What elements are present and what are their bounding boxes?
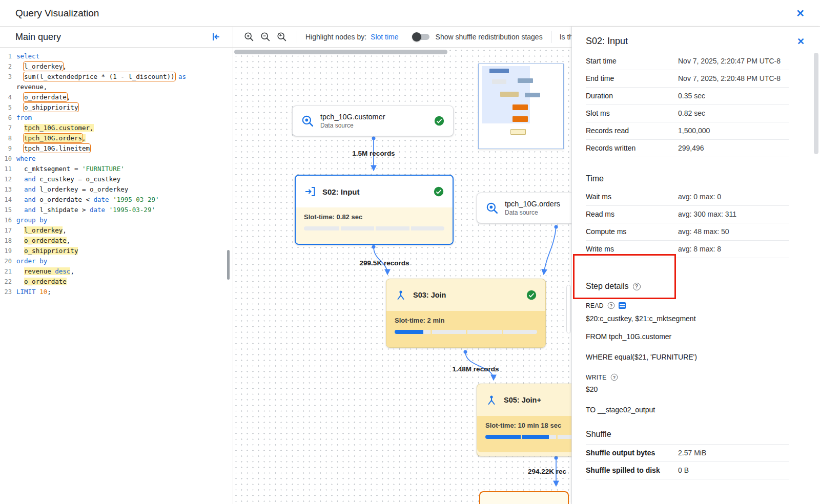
data-source-icon xyxy=(301,114,314,128)
detail-value: 0.35 sec xyxy=(678,91,783,101)
close-details-icon[interactable] xyxy=(797,37,805,46)
line-number xyxy=(3,82,12,92)
line-number: 18 xyxy=(3,236,12,246)
page-title: Query Visualization xyxy=(15,8,99,19)
edge-record-count: 1.48M records xyxy=(445,365,506,373)
code-line: 8 tpch_10G.orders, xyxy=(3,133,233,143)
close-visualization-icon[interactable] xyxy=(796,8,805,18)
code-line: 17 l_orderkey, xyxy=(3,225,233,236)
line-number: 20 xyxy=(3,256,12,266)
shuffle-toggle-label: Show shuffle redistribution stages xyxy=(436,33,543,41)
detail-label: Slot ms xyxy=(586,108,678,118)
canvas-horizontal-scrollbar[interactable] xyxy=(234,50,447,54)
dag-canvas[interactable]: tpch_10G.customer Data source xyxy=(233,48,571,504)
code-line: 16group by xyxy=(3,215,233,225)
highlight-mode-select[interactable]: Slot time xyxy=(371,33,398,41)
node-next-stage-clipped[interactable] xyxy=(479,491,569,504)
line-number: 11 xyxy=(3,164,12,174)
detail-value: 1,500,000 xyxy=(678,125,783,136)
minimap-node xyxy=(512,104,528,110)
code-line: 20order by xyxy=(3,256,233,266)
input-stage-icon xyxy=(304,185,316,198)
node-title: tpch_10G.customer xyxy=(320,113,385,121)
main-query-panel: Main query 1select2 l_orderkey,3 sum(l_e… xyxy=(0,27,233,504)
detail-row: Shuffle output bytes2.57 MiB xyxy=(586,444,789,462)
node-tpch-customer[interactable]: tpch_10G.customer Data source xyxy=(292,106,454,136)
code-line: 6from xyxy=(3,113,233,123)
zoom-in-icon[interactable] xyxy=(243,31,255,43)
detail-label: Compute ms xyxy=(586,226,678,237)
node-subtitle: Data source xyxy=(505,209,560,216)
node-tpch-orders[interactable]: tpch_10G.orders Data source xyxy=(477,193,571,223)
line-number: 4 xyxy=(3,92,12,102)
code-line: 14 and o_orderdate < date '1995-03-29' xyxy=(3,195,233,205)
line-number: 7 xyxy=(3,123,12,133)
read-label: READ xyxy=(586,302,604,309)
query-panel-scrollbar[interactable] xyxy=(227,250,230,280)
write-columns: $20 xyxy=(586,385,789,393)
minimap-node xyxy=(500,92,519,97)
line-number: 14 xyxy=(3,195,12,205)
slot-time-label: Slot-time: 0.82 sec xyxy=(304,213,444,221)
detail-value: 0 B xyxy=(678,465,783,475)
stage-stats-rows: Start timeNov 7, 2025, 2:20:47 PM UTC-8E… xyxy=(586,53,789,157)
shuffle-stages-toggle[interactable] xyxy=(412,32,430,42)
line-number: 12 xyxy=(3,174,12,184)
detail-value: avg: 48 max: 50 xyxy=(678,226,783,237)
line-number: 19 xyxy=(3,246,12,256)
edge-record-count: 1.5M records xyxy=(335,150,412,157)
detail-label: Records read xyxy=(586,125,678,136)
detail-value: 0.82 sec xyxy=(678,108,783,118)
line-number: 21 xyxy=(3,266,12,277)
minimap-node xyxy=(489,69,509,73)
code-line: 3 sum(l_extendedprice * (1 - l_discount)… xyxy=(3,72,233,82)
detail-row: End timeNov 7, 2025, 2:20:48 PM UTC-8 xyxy=(586,70,789,88)
minimap-node xyxy=(510,129,526,135)
code-line: 5 o_shippriority xyxy=(3,102,233,113)
code-line: 23LIMIT 10; xyxy=(3,287,233,297)
line-number: 17 xyxy=(3,225,12,236)
line-number: 23 xyxy=(3,287,12,297)
step-details-title: Step details xyxy=(586,282,629,291)
detail-row: Shuffle spilled to disk0 B xyxy=(586,462,789,479)
node-s02-input[interactable]: S02: Input Slot-time: 0.82 sec xyxy=(295,175,454,245)
top-header: Query Visualization xyxy=(0,0,820,27)
code-line: revenue, xyxy=(3,82,233,92)
zoom-out-icon[interactable] xyxy=(260,31,271,43)
minimap[interactable] xyxy=(478,64,564,149)
read-columns-icon xyxy=(619,302,626,309)
help-icon[interactable] xyxy=(610,374,618,381)
detail-value: 2.57 MiB xyxy=(678,448,783,458)
shuffle-section-title: Shuffle xyxy=(586,430,789,439)
details-panel-scrollbar[interactable] xyxy=(814,53,818,154)
sql-code-block[interactable]: 1select2 l_orderkey,3 sum(l_extendedpric… xyxy=(0,48,233,297)
detail-value: avg: 300 max: 311 xyxy=(678,209,783,219)
code-line: 15 and l_shipdate > date '1995-03-29' xyxy=(3,205,233,215)
toolbar-overflow-text: Is th xyxy=(560,33,571,41)
collapse-panel-icon[interactable] xyxy=(211,32,221,42)
step-details-section: Step details READ $20:c_custkey, $21:c_m… xyxy=(586,282,789,414)
s03-progress xyxy=(395,330,537,334)
detail-value: avg: 0 max: 0 xyxy=(678,192,783,202)
zoom-reset-icon[interactable] xyxy=(276,31,288,43)
code-line: 12 and c_custkey = o_custkey xyxy=(3,174,233,184)
stage-details-panel: S02: Input Start timeNov 7, 2025, 2:20:4… xyxy=(571,27,820,504)
help-icon[interactable] xyxy=(608,302,615,309)
node-s05-join[interactable]: S05: Join+ Slot-time: 10 min 18 sec xyxy=(477,384,571,456)
toolbar-separator-2 xyxy=(551,31,551,43)
minimap-node xyxy=(512,116,528,122)
code-line: 1select xyxy=(3,51,233,61)
line-number: 1 xyxy=(3,51,12,61)
node-s03-join[interactable]: S03: Join Slot-time: 2 min xyxy=(386,279,546,348)
detail-label: Write ms xyxy=(586,244,678,254)
node-title: S05: Join+ xyxy=(504,396,541,404)
code-line: 7 tpch_10G.customer, xyxy=(3,123,233,133)
detail-row: Read msavg: 300 max: 311 xyxy=(586,206,789,223)
panel-resize-handle[interactable] xyxy=(566,285,571,333)
line-number: 15 xyxy=(3,205,12,215)
code-line: 10where xyxy=(3,154,233,164)
help-icon[interactable] xyxy=(633,283,641,290)
line-number: 16 xyxy=(3,215,12,225)
from-clause: FROM tpch_10G.customer xyxy=(586,332,789,341)
code-line: 13 and l_orderkey = o_orderkey xyxy=(3,184,233,195)
